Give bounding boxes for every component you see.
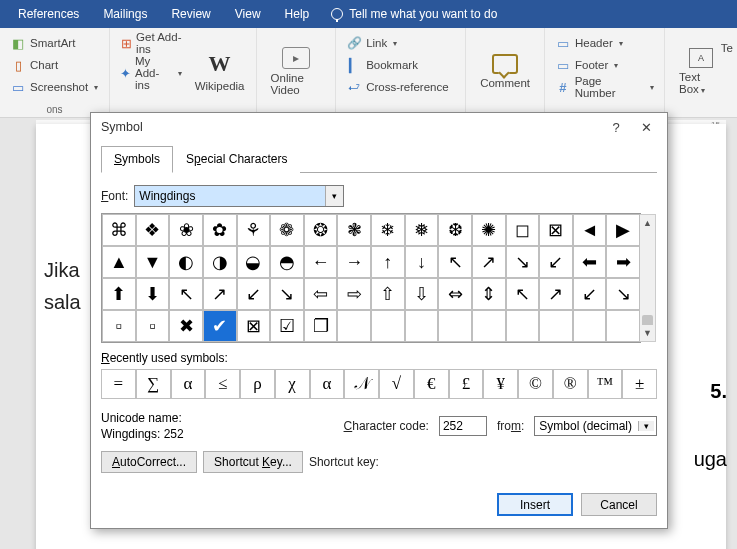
symbol-cell[interactable]: ⇕ bbox=[472, 278, 506, 310]
symbol-cell[interactable]: ⊠ bbox=[539, 214, 573, 246]
symbol-cell[interactable]: ◑ bbox=[203, 246, 237, 278]
symbol-cell[interactable]: ⊠ bbox=[237, 310, 271, 342]
symbol-scrollbar[interactable]: ▲ ▼ bbox=[640, 214, 656, 342]
recent-symbol-cell[interactable]: α bbox=[171, 369, 206, 399]
symbol-cell[interactable]: ❄ bbox=[371, 214, 405, 246]
get-addins-button[interactable]: Get Add-ins bbox=[118, 32, 184, 54]
symbol-cell[interactable] bbox=[472, 310, 506, 342]
symbol-cell[interactable]: ▲ bbox=[102, 246, 136, 278]
symbol-cell[interactable] bbox=[606, 310, 640, 342]
symbol-cell[interactable]: ▫ bbox=[136, 310, 170, 342]
symbol-cell[interactable]: ◓ bbox=[270, 246, 304, 278]
symbol-cell[interactable]: ▫ bbox=[102, 310, 136, 342]
symbol-cell[interactable]: ⬇ bbox=[136, 278, 170, 310]
symbol-cell[interactable]: ↘ bbox=[270, 278, 304, 310]
symbol-cell[interactable]: ▶ bbox=[606, 214, 640, 246]
symbol-cell[interactable]: ◻ bbox=[506, 214, 540, 246]
symbol-cell[interactable] bbox=[337, 310, 371, 342]
symbol-cell[interactable]: ↙ bbox=[539, 246, 573, 278]
symbol-cell[interactable]: ⚘ bbox=[237, 214, 271, 246]
footer-button[interactable]: Footer▾ bbox=[553, 54, 656, 76]
pagenum-button[interactable]: Page Number▾ bbox=[553, 76, 656, 98]
recent-symbol-cell[interactable]: 𝒩 bbox=[344, 369, 379, 399]
symbol-cell[interactable]: ◐ bbox=[169, 246, 203, 278]
symbol-cell[interactable]: ↙ bbox=[573, 278, 607, 310]
symbol-cell[interactable]: ⇦ bbox=[304, 278, 338, 310]
recent-symbol-cell[interactable]: ρ bbox=[240, 369, 275, 399]
symbol-cell[interactable]: ↗ bbox=[539, 278, 573, 310]
chart-button[interactable]: Chart bbox=[8, 54, 101, 76]
symbol-cell[interactable]: ↗ bbox=[203, 278, 237, 310]
font-combobox[interactable]: ▾ bbox=[134, 185, 344, 207]
symbol-cell[interactable]: → bbox=[337, 246, 371, 278]
my-addins-button[interactable]: My Add-ins▾ bbox=[118, 62, 184, 84]
symbol-cell[interactable]: ◒ bbox=[237, 246, 271, 278]
tell-me-search[interactable]: Tell me what you want to do bbox=[321, 7, 507, 21]
symbol-cell[interactable]: ↖ bbox=[506, 278, 540, 310]
recent-symbol-cell[interactable]: ∑ bbox=[136, 369, 171, 399]
shortcutkey-button[interactable]: Shortcut Key... bbox=[203, 451, 303, 473]
recent-symbol-cell[interactable]: χ bbox=[275, 369, 310, 399]
symbol-cell[interactable]: ❖ bbox=[136, 214, 170, 246]
symbol-cell[interactable]: ❁ bbox=[270, 214, 304, 246]
symbol-cell[interactable]: ❆ bbox=[438, 214, 472, 246]
symbol-cell[interactable]: ↖ bbox=[438, 246, 472, 278]
symbol-cell[interactable]: ✔ bbox=[203, 310, 237, 342]
symbol-cell[interactable] bbox=[506, 310, 540, 342]
link-button[interactable]: Link▾ bbox=[344, 32, 457, 54]
symbol-cell[interactable]: ↗ bbox=[472, 246, 506, 278]
recent-symbol-cell[interactable]: √ bbox=[379, 369, 414, 399]
from-dropdown-button[interactable]: ▾ bbox=[638, 421, 654, 431]
insert-button[interactable]: Insert bbox=[497, 493, 573, 516]
bookmark-button[interactable]: Bookmark bbox=[344, 54, 457, 76]
symbol-cell[interactable]: ⌘ bbox=[102, 214, 136, 246]
recent-symbol-cell[interactable]: £ bbox=[449, 369, 484, 399]
symbol-cell[interactable]: ↘ bbox=[606, 278, 640, 310]
symbol-cell[interactable]: ❅ bbox=[405, 214, 439, 246]
tab-view[interactable]: View bbox=[223, 0, 273, 28]
recent-symbol-cell[interactable]: α bbox=[310, 369, 345, 399]
symbol-cell[interactable]: ⇨ bbox=[337, 278, 371, 310]
recent-symbol-cell[interactable]: © bbox=[518, 369, 553, 399]
tab-symbols[interactable]: Symbols bbox=[101, 146, 173, 173]
crossref-button[interactable]: Cross-reference bbox=[344, 76, 457, 98]
scroll-down-button[interactable]: ▼ bbox=[640, 325, 655, 341]
symbol-cell[interactable] bbox=[573, 310, 607, 342]
symbol-cell[interactable]: ❃ bbox=[337, 214, 371, 246]
font-dropdown-button[interactable]: ▾ bbox=[325, 186, 343, 206]
tab-special-chars[interactable]: Special Characters bbox=[173, 146, 300, 173]
screenshot-button[interactable]: Screenshot▾ bbox=[8, 76, 101, 98]
header-button[interactable]: Header▾ bbox=[553, 32, 656, 54]
dialog-help-button[interactable]: ? bbox=[601, 120, 631, 135]
symbol-cell[interactable]: ❐ bbox=[304, 310, 338, 342]
symbol-cell[interactable] bbox=[539, 310, 573, 342]
recent-symbol-cell[interactable]: ± bbox=[622, 369, 657, 399]
smartart-button[interactable]: SmartArt bbox=[8, 32, 101, 54]
symbol-cell[interactable]: ▼ bbox=[136, 246, 170, 278]
symbol-cell[interactable]: ❂ bbox=[304, 214, 338, 246]
symbol-cell[interactable]: ➡ bbox=[606, 246, 640, 278]
recent-symbol-cell[interactable]: € bbox=[414, 369, 449, 399]
symbol-cell[interactable]: ❀ bbox=[169, 214, 203, 246]
autocorrect-button[interactable]: AutoCorrect... bbox=[101, 451, 197, 473]
symbol-cell[interactable]: ↖ bbox=[169, 278, 203, 310]
tab-help[interactable]: Help bbox=[273, 0, 322, 28]
symbol-cell[interactable]: ✿ bbox=[203, 214, 237, 246]
online-video-button[interactable]: Online Video bbox=[265, 32, 328, 110]
recent-symbol-cell[interactable]: ® bbox=[553, 369, 588, 399]
symbol-cell[interactable] bbox=[371, 310, 405, 342]
from-select[interactable]: Symbol (decimal) ▾ bbox=[534, 416, 657, 436]
symbol-cell[interactable]: ⇩ bbox=[405, 278, 439, 310]
symbol-cell[interactable]: ← bbox=[304, 246, 338, 278]
tab-references[interactable]: References bbox=[6, 0, 91, 28]
symbol-cell[interactable] bbox=[405, 310, 439, 342]
symbol-cell[interactable]: ✺ bbox=[472, 214, 506, 246]
charcode-input[interactable] bbox=[439, 416, 487, 436]
scroll-up-button[interactable]: ▲ bbox=[640, 215, 655, 231]
symbol-cell[interactable]: ⇧ bbox=[371, 278, 405, 310]
symbol-cell[interactable]: ↓ bbox=[405, 246, 439, 278]
symbol-cell[interactable]: ◄ bbox=[573, 214, 607, 246]
tab-review[interactable]: Review bbox=[159, 0, 222, 28]
tab-mailings[interactable]: Mailings bbox=[91, 0, 159, 28]
recent-symbol-cell[interactable]: ≤ bbox=[205, 369, 240, 399]
